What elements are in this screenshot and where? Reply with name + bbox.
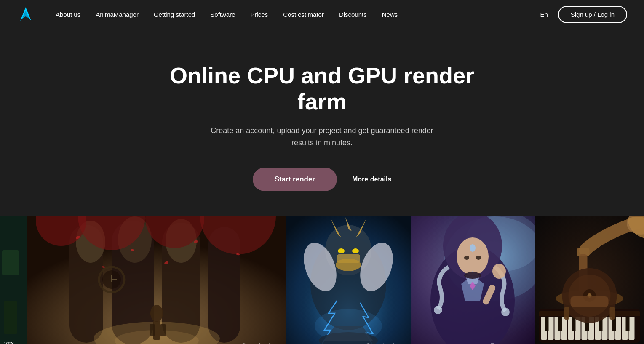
nav-about-us[interactable]: About us — [48, 8, 88, 21]
svg-marker-39 — [345, 217, 352, 231]
svg-point-30 — [102, 270, 121, 289]
svg-rect-16 — [153, 321, 160, 340]
svg-point-24 — [131, 249, 135, 251]
svg-point-25 — [193, 240, 198, 243]
svg-rect-75 — [575, 317, 581, 340]
svg-point-12 — [166, 219, 197, 263]
nav-getting-started[interactable]: Getting started — [146, 8, 203, 21]
more-details-link[interactable]: More details — [352, 176, 391, 183]
svg-point-23 — [75, 235, 80, 240]
nav-news[interactable]: News — [374, 8, 406, 21]
gallery: VFX — [0, 216, 644, 344]
gallery-watermark-4: ©www.zheeshee.ru — [491, 342, 531, 344]
logo[interactable] — [17, 5, 35, 23]
svg-point-53 — [430, 246, 515, 344]
svg-rect-80 — [609, 317, 615, 340]
svg-rect-102 — [610, 307, 615, 320]
svg-rect-84 — [545, 317, 549, 331]
svg-rect-74 — [568, 317, 574, 340]
svg-point-29 — [99, 267, 124, 292]
nav-cost-estimator[interactable]: Cost estimator — [275, 8, 331, 21]
svg-point-26 — [236, 253, 240, 255]
svg-rect-34 — [286, 216, 411, 344]
svg-point-95 — [556, 290, 623, 307]
svg-rect-100 — [571, 296, 609, 307]
nav-prices[interactable]: Prices — [243, 8, 276, 21]
nav-anima-manager[interactable]: AnimaManager — [88, 8, 146, 21]
svg-rect-70 — [541, 317, 547, 340]
svg-rect-83 — [629, 317, 635, 340]
svg-point-91 — [624, 216, 644, 238]
nav-discounts[interactable]: Discounts — [331, 8, 374, 21]
svg-rect-17 — [150, 324, 155, 336]
svg-point-46 — [352, 248, 359, 253]
signup-button[interactable]: Sign up / Log in — [558, 6, 627, 23]
start-render-button[interactable]: Start render — [253, 168, 337, 191]
svg-point-54 — [443, 216, 502, 280]
svg-rect-79 — [602, 317, 608, 340]
gallery-item-3: ©www.zheeshee.ru — [286, 216, 411, 344]
nav-right: En Sign up / Log in — [540, 6, 627, 23]
svg-rect-78 — [595, 317, 601, 340]
svg-rect-3 — [2, 250, 19, 275]
svg-rect-71 — [548, 317, 554, 340]
svg-rect-94 — [579, 254, 588, 296]
svg-point-52 — [465, 216, 535, 271]
svg-rect-72 — [555, 317, 561, 340]
nav-software[interactable]: Software — [203, 8, 243, 21]
gallery-item-4: ©www.zheeshee.ru — [411, 216, 535, 344]
svg-rect-77 — [588, 317, 594, 340]
nav-links: About us AnimaManager Getting started So… — [48, 8, 540, 21]
svg-point-13 — [94, 322, 220, 344]
svg-point-45 — [338, 248, 345, 253]
svg-rect-101 — [564, 307, 569, 320]
svg-rect-81 — [615, 317, 621, 340]
hero-section: Online CPU and GPU render farm Create an… — [0, 29, 644, 216]
svg-point-21 — [145, 216, 204, 248]
svg-point-22 — [200, 216, 276, 254]
svg-point-19 — [36, 216, 86, 246]
svg-point-20 — [78, 216, 145, 250]
svg-rect-33 — [286, 216, 411, 344]
svg-point-56 — [470, 244, 476, 252]
svg-point-57 — [464, 256, 469, 260]
svg-point-14 — [115, 330, 199, 344]
svg-rect-85 — [558, 317, 562, 331]
svg-point-51 — [444, 216, 535, 301]
hero-buttons: Start render More details — [253, 168, 392, 191]
svg-rect-67 — [535, 216, 644, 344]
svg-rect-76 — [582, 317, 588, 340]
svg-point-41 — [336, 259, 361, 271]
svg-rect-7 — [112, 221, 154, 344]
svg-rect-4 — [4, 301, 17, 334]
svg-point-96 — [562, 268, 617, 323]
svg-rect-88 — [599, 317, 603, 331]
svg-rect-5 — [27, 216, 286, 344]
svg-rect-86 — [572, 317, 576, 331]
svg-point-42 — [298, 238, 343, 296]
svg-point-62 — [464, 272, 481, 279]
hero-title: Online CPU and GPU render farm — [154, 62, 491, 115]
language-selector[interactable]: En — [540, 11, 548, 18]
svg-point-35 — [310, 237, 386, 330]
svg-rect-90 — [626, 317, 630, 331]
svg-rect-18 — [160, 324, 166, 336]
svg-marker-37 — [331, 219, 341, 237]
svg-point-97 — [569, 275, 611, 317]
gallery-item-2: ©www.zheeshee.ru — [27, 216, 286, 344]
svg-rect-87 — [585, 317, 589, 331]
gallery-item-5 — [535, 216, 644, 344]
svg-marker-60 — [465, 271, 480, 284]
svg-rect-69 — [539, 311, 640, 316]
svg-point-36 — [325, 225, 371, 275]
svg-rect-2 — [0, 216, 27, 344]
svg-point-28 — [164, 261, 168, 264]
hero-subtitle: Create an account, upload your project a… — [204, 125, 440, 149]
svg-point-66 — [492, 264, 506, 279]
svg-rect-49 — [411, 216, 535, 344]
svg-rect-50 — [411, 216, 535, 344]
svg-marker-59 — [461, 275, 484, 301]
svg-marker-61 — [470, 282, 476, 290]
gallery-vfx-label: VFX — [4, 341, 14, 344]
svg-rect-68 — [539, 309, 640, 343]
